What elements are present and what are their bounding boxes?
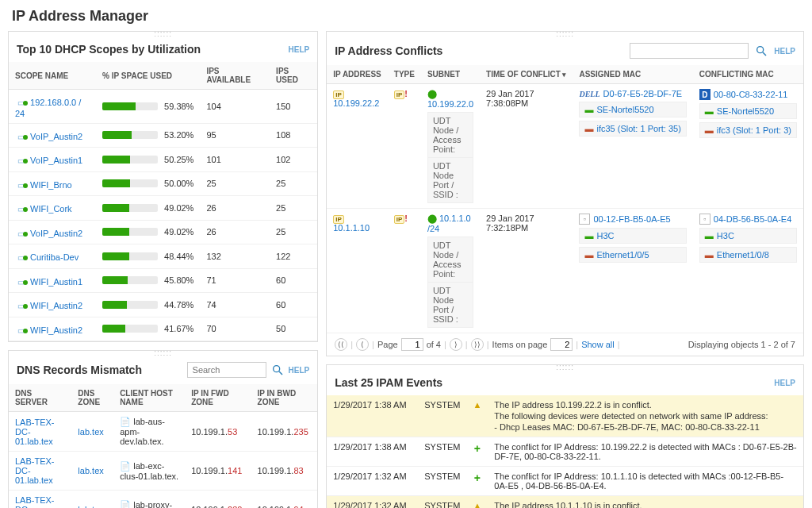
col-conflicting[interactable]: CONFLICTING MAC — [693, 65, 803, 84]
ips-used: 108 — [270, 123, 317, 148]
udt-node-link[interactable]: H3C — [717, 231, 734, 241]
usage-pct: 49.02% — [164, 227, 193, 237]
last-page-button[interactable]: ⟩⟩ — [471, 338, 484, 351]
event-source: SYSTEM — [418, 496, 466, 509]
show-all-link[interactable]: Show all — [581, 340, 615, 349]
col-bwd[interactable]: IP IN BWD ZONE — [251, 384, 318, 412]
help-link[interactable]: HELP — [289, 45, 310, 54]
usage-pct: 49.02% — [164, 203, 193, 213]
scope-link[interactable]: Curitiba-Dev — [30, 252, 79, 262]
col-space-used[interactable]: % IP SPACE USED — [96, 62, 200, 90]
col-ips-avail[interactable]: IPS AVAILABLE — [200, 62, 270, 90]
col-scope-name[interactable]: SCOPE NAME — [9, 62, 96, 90]
scope-link[interactable]: WIFI_Cork — [30, 204, 72, 214]
search-icon[interactable] — [755, 44, 768, 57]
udt-port-link[interactable]: Ethernet1/0/8 — [717, 250, 769, 260]
port-icon: ▬ — [705, 250, 714, 260]
items-label: Items on page — [492, 340, 548, 349]
help-link[interactable]: HELP — [289, 366, 310, 375]
pager: ⟨⟨ | ⟨ | Page of 4 | ⟩ | ⟩⟩ | Items on p… — [327, 333, 803, 356]
dns-server-link[interactable]: LAB-TEX-DC-01.lab.tex — [15, 495, 55, 508]
scope-link[interactable]: VoIP_Austin1 — [30, 156, 82, 165]
table-row: LAB-TEX-DC-01.lab.tex lab.tex 📄 lab-aus-… — [9, 412, 317, 452]
port-icon: ▬ — [584, 124, 593, 133]
first-page-button[interactable]: ⟨⟨ — [335, 338, 347, 351]
drag-handle-icon[interactable]: :::::: — [327, 32, 803, 38]
status-dot-icon — [26, 229, 28, 238]
udt-port-link[interactable]: Ethernet1/0/5 — [596, 250, 649, 260]
vendor-d-icon: D — [699, 89, 710, 100]
usage-pct: 44.78% — [164, 300, 193, 310]
udt-node-link[interactable]: SE-Nortel5520 — [596, 105, 653, 114]
usage-bar — [102, 131, 158, 139]
dns-zone-link[interactable]: lab.tex — [78, 466, 103, 475]
mac-link[interactable]: 00-12-FB-B5-0A-E5 — [593, 214, 670, 224]
col-ip[interactable]: IP ADDRESS — [327, 65, 388, 84]
page-title: IP Address Manager — [12, 8, 800, 25]
scope-link[interactable]: WIFI_Austin1 — [30, 277, 82, 287]
usage-bar — [102, 325, 158, 333]
dns-zone-link[interactable]: lab.tex — [78, 505, 103, 508]
conflicts-search-input[interactable] — [630, 43, 749, 59]
usage-pct: 59.38% — [164, 102, 193, 111]
port-icon: ▬ — [705, 125, 714, 135]
dns-server-link[interactable]: LAB-TEX-DC-01.lab.tex — [15, 418, 55, 446]
items-input[interactable] — [550, 338, 573, 351]
help-link[interactable]: HELP — [774, 47, 795, 56]
dns-server-link[interactable]: LAB-TEX-DC-01.lab.tex — [15, 456, 55, 485]
mac-link[interactable]: 04-DB-56-B5-0A-E4 — [714, 214, 791, 224]
next-page-button[interactable]: ⟩ — [450, 338, 462, 351]
search-icon[interactable] — [271, 364, 284, 376]
col-ips-used[interactable]: IPS USED — [270, 62, 317, 90]
drag-handle-icon[interactable]: :::::: — [9, 351, 317, 357]
col-time[interactable]: TIME OF CONFLICT — [480, 65, 573, 84]
col-fwd[interactable]: IP IN FWD ZONE — [185, 384, 251, 412]
ip-link[interactable]: 10.1.1.10 — [333, 223, 370, 233]
ip-fwd: 10.199.1.141 — [185, 452, 251, 491]
ips-used: 122 — [270, 244, 317, 269]
scope-link[interactable]: VoIP_Austin2 — [30, 229, 82, 238]
event-source: SYSTEM — [418, 437, 466, 467]
table-row: LAB-TEX-DC-01.lab.tex lab.tex 📄 lab-prox… — [9, 491, 317, 509]
table-row: ▭ 192.168.0.0 / 24 59.38% 104 150 — [9, 90, 317, 124]
mac-link[interactable]: 00-80-C8-33-22-11 — [714, 90, 788, 99]
scope-link[interactable]: WIFI_Austin2 — [30, 301, 82, 310]
table-row: ▭ WIFI_Austin2 41.67% 70 50 — [9, 317, 317, 341]
drag-handle-icon[interactable]: :::::: — [9, 32, 317, 38]
status-dot-icon — [26, 132, 28, 141]
col-subnet[interactable]: SUBNET — [421, 65, 480, 84]
dns-search-input[interactable] — [187, 362, 266, 378]
port-icon: ▬ — [584, 250, 593, 260]
col-dns-server[interactable]: DNS SERVER — [9, 384, 71, 412]
scope-link[interactable]: WIFI_Austin2 — [30, 325, 82, 335]
subnet-link[interactable]: 10.199.22.0 — [427, 99, 473, 109]
udt-node-link[interactable]: SE-Nortel5520 — [717, 106, 774, 116]
udt-node-link[interactable]: H3C — [596, 231, 614, 241]
col-assigned[interactable]: ASSIGNED MAC — [573, 65, 692, 84]
help-link[interactable]: HELP — [774, 379, 795, 387]
plus-icon: + — [474, 442, 481, 455]
event-date: 1/29/2017 1:32 AM — [327, 467, 418, 496]
udt-port-link[interactable]: ifc35 (Slot: 1 Port: 35) — [596, 124, 680, 133]
vendor-unknown-icon: ▫ — [699, 214, 710, 225]
udt-port-link[interactable]: ifc3 (Slot: 1 Port: 3) — [717, 125, 791, 135]
page-input[interactable] — [401, 338, 423, 351]
panel-title: IP Address Conflicts — [335, 44, 442, 57]
prev-page-button[interactable]: ⟨ — [356, 338, 369, 351]
col-dns-zone[interactable]: DNS ZONE — [71, 384, 113, 412]
table-row: ▭ VoIP_Austin1 50.25% 101 102 — [9, 148, 317, 172]
table-row: 1/29/2017 1:38 AM SYSTEM + The conflict … — [327, 437, 803, 467]
udt-port-label: UDT Node Port / SSID : — [427, 283, 473, 328]
mac-link[interactable]: D0-67-E5-2B-DF-7E — [603, 89, 683, 98]
drag-handle-icon[interactable]: :::::: — [327, 365, 803, 371]
ip-link[interactable]: 10.199.22.2 — [333, 98, 379, 108]
ips-available: 104 — [200, 90, 270, 124]
dns-zone-link[interactable]: lab.tex — [78, 427, 103, 437]
table-row: IP 10.1.1.10 IP! ⬤ 10.1.1.0 /24 UDT Node… — [327, 209, 803, 333]
scope-link[interactable]: VoIP_Austin2 — [30, 132, 82, 141]
col-type[interactable]: TYPE — [388, 65, 421, 84]
scope-link[interactable]: WIFI_Brno — [30, 180, 72, 190]
col-host[interactable]: CLIENT HOST NAME — [113, 384, 185, 412]
ips-used: 25 — [270, 220, 317, 244]
usage-bar — [102, 301, 158, 309]
